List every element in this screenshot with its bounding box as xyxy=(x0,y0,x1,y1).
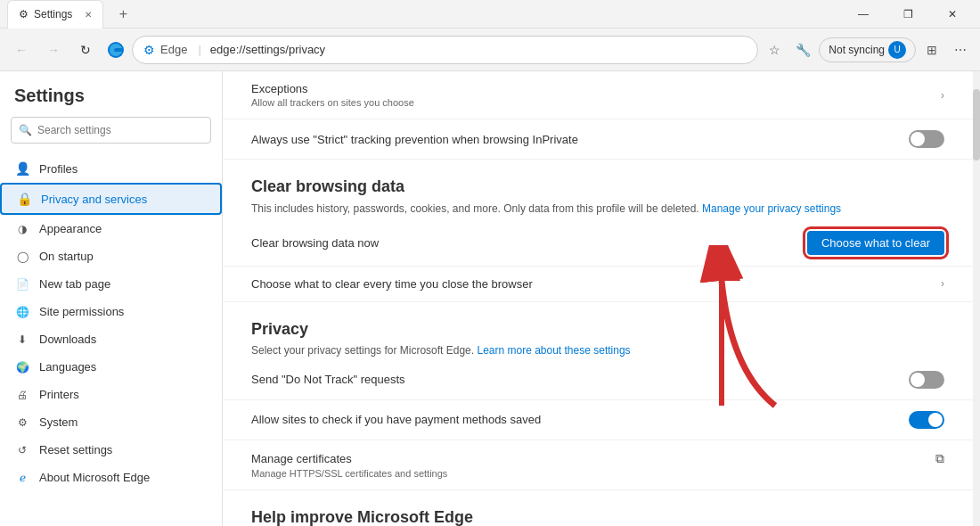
address-bar[interactable]: ⚙ Edge | edge://settings/privacy xyxy=(132,36,758,64)
window-controls: — ❐ ✕ xyxy=(843,0,973,29)
privacy-desc: Select your privacy settings for Microso… xyxy=(251,344,944,357)
sidebar-item-reset[interactable]: ↺ Reset settings xyxy=(0,436,222,464)
sidebar-item-label: About Microsoft Edge xyxy=(39,471,150,484)
close-button[interactable]: ✕ xyxy=(932,0,973,29)
sidebar-item-about[interactable]: ℯ About Microsoft Edge xyxy=(0,464,222,491)
system-icon: ⚙ xyxy=(14,416,30,429)
privacy-title: Privacy xyxy=(251,320,944,339)
scrollbar-thumb[interactable] xyxy=(973,89,980,160)
sidebar-item-printers[interactable]: 🖨 Printers xyxy=(0,381,222,408)
restore-button[interactable]: ❐ xyxy=(887,0,928,29)
manage-certs-label: Manage certificates xyxy=(251,452,352,465)
settings-tab-label: Settings xyxy=(34,8,72,21)
sidebar-item-permissions[interactable]: 🌐 Site permissions xyxy=(0,298,222,325)
address-bar-row: ← → ↻ E ⚙ Edge | edge://settings/privacy… xyxy=(0,29,980,71)
search-icon: 🔍 xyxy=(19,124,32,136)
exceptions-chevron: › xyxy=(941,89,944,102)
dnt-toggle[interactable] xyxy=(909,371,944,389)
privacy-header: Privacy Select your privacy settings for… xyxy=(223,302,973,360)
newtab-icon: 📄 xyxy=(14,278,30,291)
content-area[interactable]: Exceptions Allow all trackers on sites y… xyxy=(223,71,973,526)
edge-logo-icon: E xyxy=(107,41,125,59)
sidebar-item-label: Languages xyxy=(39,360,96,374)
choose-what-to-clear-button[interactable]: Choose what to clear xyxy=(807,231,944,255)
clear-browsing-desc: This includes history, passwords, cookie… xyxy=(251,201,944,217)
favorites2-button[interactable]: 🔧 xyxy=(790,37,815,62)
minimize-button[interactable]: — xyxy=(843,0,884,29)
clear-browsing-header: Clear browsing data This includes histor… xyxy=(223,160,973,220)
sidebar-item-downloads[interactable]: ⬇ Downloads xyxy=(0,325,222,353)
address-separator: | xyxy=(198,43,200,56)
downloads-icon: ⬇ xyxy=(14,333,30,346)
sidebar: Settings 🔍 👤 Profiles 🔒 Privacy and serv… xyxy=(0,71,223,526)
choose-every-chevron: › xyxy=(941,277,944,290)
sidebar-item-appearance[interactable]: ◑ Appearance xyxy=(0,215,222,242)
payment-label: Allow sites to check if you have payment… xyxy=(251,413,541,426)
exceptions-row[interactable]: Exceptions Allow all trackers on sites y… xyxy=(223,71,973,119)
title-bar: ⚙ Settings ✕ + — ❐ ✕ xyxy=(0,0,980,29)
manage-certs-sub: Manage HTTPS/SSL certificates and settin… xyxy=(251,468,944,479)
extensions-button[interactable]: ⊞ xyxy=(919,37,944,62)
right-scrollbar[interactable] xyxy=(973,71,980,526)
strict-tracking-toggle[interactable] xyxy=(909,130,944,148)
manage-privacy-link[interactable]: Manage your privacy settings xyxy=(702,202,841,215)
sidebar-item-newtab[interactable]: 📄 New tab page xyxy=(0,270,222,298)
tab-close-button[interactable]: ✕ xyxy=(85,10,92,20)
sidebar-item-label: Site permissions xyxy=(39,305,124,318)
languages-icon: 🌍 xyxy=(14,361,30,374)
choose-every-label: Choose what to clear every time you clos… xyxy=(251,277,533,291)
appearance-icon: ◑ xyxy=(14,223,30,235)
edge-domain: Edge xyxy=(160,43,187,56)
printers-icon: 🖨 xyxy=(14,389,30,401)
clear-now-row: Clear browsing data now Choose what to c… xyxy=(223,220,973,267)
edge-favicon: ⚙ xyxy=(143,43,155,57)
forward-button[interactable]: → xyxy=(39,36,68,64)
privacy-learn-link[interactable]: Learn more about these settings xyxy=(477,344,630,357)
settings-tab[interactable]: ⚙ Settings ✕ xyxy=(7,0,103,29)
favorites-button[interactable]: ☆ xyxy=(762,37,787,62)
strict-tracking-label: Always use "Strict" tracking prevention … xyxy=(251,133,578,146)
clear-browsing-title: Clear browsing data xyxy=(251,177,944,196)
choose-btn-wrapper: Choose what to clear xyxy=(807,231,944,255)
sidebar-item-label: New tab page xyxy=(39,277,110,291)
settings-tab-icon: ⚙ xyxy=(19,8,29,21)
sync-label: Not syncing xyxy=(829,44,885,56)
search-input[interactable] xyxy=(37,124,203,136)
more-button[interactable]: ⋯ xyxy=(948,37,973,62)
sidebar-item-startup[interactable]: ◯ On startup xyxy=(0,242,222,270)
exceptions-sublabel: Allow all trackers on sites you choose xyxy=(251,97,414,108)
dnt-row: Send "Do Not Track" requests xyxy=(223,360,973,400)
sidebar-item-label: Appearance xyxy=(39,222,102,235)
new-tab-button[interactable]: + xyxy=(110,2,135,27)
choose-every-time-row[interactable]: Choose what to clear every time you clos… xyxy=(223,267,973,302)
back-button[interactable]: ← xyxy=(7,36,36,64)
sidebar-item-label: System xyxy=(39,415,78,429)
profile-avatar: U xyxy=(888,41,906,59)
help-header: Help improve Microsoft Edge You are in c… xyxy=(223,490,973,526)
permissions-icon: 🌐 xyxy=(14,306,30,318)
url-text: edge://settings/privacy xyxy=(210,43,325,56)
reset-icon: ↺ xyxy=(14,444,30,456)
clear-now-label: Clear browsing data now xyxy=(251,236,379,250)
search-box[interactable]: 🔍 xyxy=(11,117,211,144)
startup-icon: ◯ xyxy=(14,251,30,263)
sidebar-item-languages[interactable]: 🌍 Languages xyxy=(0,353,222,381)
sync-button[interactable]: Not syncing U xyxy=(819,37,916,62)
sidebar-item-label: Downloads xyxy=(39,333,96,346)
sidebar-item-label: Profiles xyxy=(39,162,78,176)
sidebar-item-profiles[interactable]: 👤 Profiles xyxy=(0,154,222,183)
settings-title: Settings xyxy=(0,78,222,117)
sidebar-item-system[interactable]: ⚙ System xyxy=(0,408,222,436)
dnt-label: Send "Do Not Track" requests xyxy=(251,373,405,386)
sidebar-item-privacy[interactable]: 🔒 Privacy and services xyxy=(0,183,222,215)
payment-toggle[interactable] xyxy=(909,411,944,429)
help-title: Help improve Microsoft Edge xyxy=(251,508,944,526)
profiles-icon: 👤 xyxy=(14,161,30,176)
manage-certs-row: Manage certificates ⧉ Manage HTTPS/SSL c… xyxy=(223,440,973,490)
external-link-icon[interactable]: ⧉ xyxy=(935,451,944,466)
refresh-button[interactable]: ↻ xyxy=(71,36,100,64)
sidebar-item-label: Privacy and services xyxy=(41,193,147,206)
about-icon: ℯ xyxy=(14,472,30,484)
main-layout: Settings 🔍 👤 Profiles 🔒 Privacy and serv… xyxy=(0,71,980,526)
privacy-icon: 🔒 xyxy=(16,192,32,206)
